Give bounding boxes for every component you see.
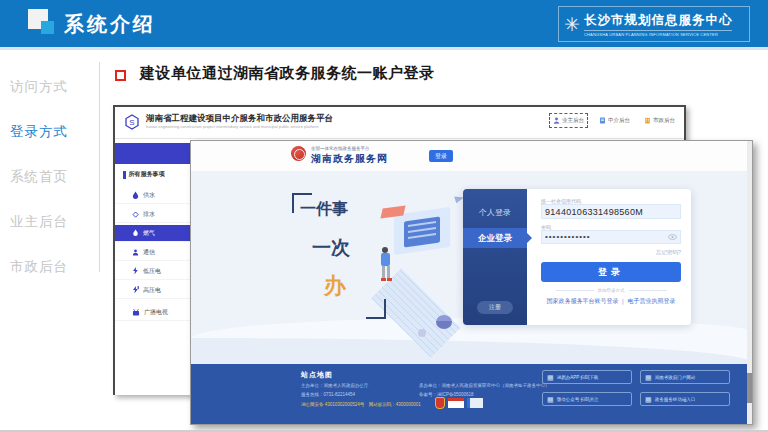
- gov-header: 全国一体化在线政务服务平台 湖南政务服务网 登录: [191, 141, 752, 171]
- credit-code-input[interactable]: 91440106331498560M: [541, 204, 681, 219]
- illustration-screen-front: [404, 216, 440, 247]
- top-link-agency-backend[interactable]: 中介后台: [596, 114, 633, 127]
- qr-icon: ▦: [645, 374, 652, 381]
- eye-icon[interactable]: [668, 234, 677, 240]
- footer-button-mobile[interactable]: ▦政务服务移动端入口: [640, 392, 730, 406]
- water-drop-icon: [132, 191, 139, 199]
- platform-subtitle-en: hunan engineering construction project i…: [146, 124, 319, 129]
- footer-qr-buttons: ▦湘易办APP 扫码下载 ▦湖南省政府门户网站 ▦微信公众号 扫码关注 ▦政务服…: [542, 370, 730, 406]
- footer-button-label: 湖南省政府门户网站: [655, 375, 696, 380]
- sidebar-item-home[interactable]: 系统首页: [10, 168, 98, 188]
- login-tabs: 个人登录 企业登录 注册: [463, 189, 527, 325]
- person-icon: [553, 117, 560, 124]
- platform-hexagon-logo-icon: S: [124, 114, 140, 130]
- platform-logo-letter: S: [129, 118, 134, 127]
- service-item-label: 燃气: [143, 229, 155, 238]
- bullet-square-icon: [115, 70, 126, 81]
- header-bottom-strip: [0, 47, 768, 50]
- one-thing-once-illustration: 一件事 一次 办: [296, 189, 466, 339]
- service-item-label: 广播电视: [144, 308, 168, 317]
- top-link-label: 中介后台: [608, 117, 630, 124]
- sidebar-item-owner[interactable]: 业主后台: [10, 213, 98, 233]
- service-item-label: 排水: [143, 210, 155, 219]
- service-item-tv[interactable]: 广播电视: [115, 304, 192, 321]
- scrollbar-thumb[interactable]: [747, 373, 752, 403]
- gov-brand-name: 湖南政务服务网: [311, 152, 388, 166]
- building-icon: [644, 117, 651, 124]
- forgot-password-link[interactable]: 忘记密码?: [656, 249, 681, 256]
- footer-org: 承办单位：湖南省人民政府发展研究中心（湖南省电子政务中心）: [419, 383, 550, 388]
- top-link-municipal-backend[interactable]: 市政后台: [641, 114, 678, 127]
- sidebar-item-municipal[interactable]: 市政后台: [10, 258, 98, 278]
- footer-button-label: 湘易办APP 扫码下载: [557, 375, 599, 380]
- sitemap-heading[interactable]: 站点地图: [301, 370, 333, 380]
- section-accent-bar: [123, 171, 126, 179]
- calligraphy-line2: 一次: [312, 235, 350, 261]
- tab-enterprise-login[interactable]: 企业登录: [463, 228, 527, 248]
- illustration-person-foot: [387, 278, 392, 281]
- calligraphy-line3: 办: [324, 271, 346, 301]
- tv-icon: [132, 309, 140, 316]
- service-item-low-voltage[interactable]: 低压电: [115, 263, 192, 280]
- tab-personal-login[interactable]: 个人登录: [463, 203, 527, 223]
- service-item-drainage[interactable]: 排水: [115, 206, 192, 223]
- footer-button-label: 政务服务移动端入口: [655, 397, 696, 402]
- diamond-icon: [132, 211, 139, 218]
- qr-icon: ▦: [645, 396, 652, 403]
- decor-dot: [418, 329, 426, 337]
- document-icon: [599, 117, 606, 124]
- bullet-text: 建设单位通过湖南省政务服务统一账户登录: [140, 64, 435, 83]
- section-title: 所有服务事项: [129, 170, 165, 179]
- changsha-planning-logo-icon: ✳: [564, 15, 580, 34]
- footer-security: 湘公网安备 43010302000524号 网站标识码：4300000001: [301, 402, 421, 407]
- service-item-high-voltage[interactable]: 高压电: [115, 282, 192, 299]
- illustration-person-leg: [382, 266, 385, 278]
- calligraphy-text: 一件事 一次 办: [296, 197, 382, 315]
- organization-name-cn: 长沙市规划信息服务中心: [584, 12, 733, 29]
- login-badge: 登录: [429, 150, 453, 162]
- platform-top-links: 业主后台 中介后台 市政后台: [549, 113, 678, 128]
- gov-footer: 站点地图 主办单位：湖南省人民政府办公厅 承办单位：湖南省人民政府发展研究中心（…: [191, 364, 752, 424]
- login-screenshot: 全国一体化在线政务服务平台 湖南政务服务网 登录 一件事 一次 办: [190, 140, 753, 425]
- page-title: 系统介绍: [64, 11, 156, 38]
- calligraphy-line1: 一件事: [300, 199, 348, 220]
- service-item-label: 供水: [143, 191, 155, 200]
- illustration-person-leg: [387, 266, 390, 278]
- login-submit-button[interactable]: 登录: [541, 262, 681, 282]
- bolt-icon: [132, 267, 139, 275]
- national-emblem-logo-icon: [291, 146, 306, 161]
- service-item-telecom[interactable]: 通信: [115, 244, 192, 261]
- sidebar-item-login[interactable]: 登录方式: [10, 123, 98, 143]
- slide-canvas: 系统介绍 ✳ 长沙市规划信息服务中心 CHANGSHA URBAN PLANNI…: [0, 0, 768, 432]
- other-login-divider: 其他登录方式: [541, 288, 681, 293]
- decor-sphere: [436, 315, 452, 329]
- password-input[interactable]: ••••••••••••: [541, 230, 681, 244]
- bolt-plus-icon: [132, 286, 139, 294]
- telecom-icon: [132, 249, 139, 256]
- footer-button-xiangyiban[interactable]: ▦湘易办APP 扫码下载: [542, 370, 632, 384]
- organization-logo: ✳ 长沙市规划信息服务中心 CHANGSHA URBAN PLANNING IN…: [558, 6, 750, 42]
- security-badge-icon: [435, 397, 445, 409]
- top-link-label: 业主后台: [562, 117, 584, 124]
- top-link-owner-backend[interactable]: 业主后台: [549, 113, 588, 128]
- organization-name-en: CHANGSHA URBAN PLANNING INFORMATION SERV…: [584, 30, 733, 37]
- scrollbar-track[interactable]: [747, 141, 752, 424]
- service-item-label: 低压电: [143, 267, 161, 276]
- active-tab-arrow-icon: [527, 233, 532, 243]
- alternative-login-links[interactable]: 国家政务服务平台账号登录 ｜ 电子营业执照登录: [541, 297, 681, 306]
- footer-button-wechat[interactable]: ▦微信公众号 扫码关注: [542, 392, 632, 406]
- service-item-gas[interactable]: 燃气: [115, 225, 192, 242]
- slide-header: 系统介绍 ✳ 长沙市规划信息服务中心 CHANGSHA URBAN PLANNI…: [0, 0, 768, 47]
- footer-button-portal[interactable]: ▦湖南省政府门户网站: [640, 370, 730, 384]
- service-item-water[interactable]: 供水: [115, 187, 192, 204]
- sidebar-item-access[interactable]: 访问方式: [10, 78, 98, 98]
- footer-button-label: 微信公众号 扫码关注: [557, 397, 599, 402]
- platform-sidebar-section: 所有服务事项: [123, 170, 165, 179]
- register-button[interactable]: 注册: [477, 301, 513, 314]
- qr-icon: ▦: [547, 374, 554, 381]
- platform-header: S 湖南省工程建设项目中介服务和市政公用服务平台 hunan engineeri…: [115, 107, 684, 139]
- login-card: 个人登录 企业登录 注册 统一社会信用代码 91440106331498560M…: [463, 189, 691, 325]
- gov-brand-small: 全国一体化在线政务服务平台: [311, 146, 370, 151]
- service-item-label: 高压电: [143, 286, 161, 295]
- illustration-person-body: [381, 253, 390, 266]
